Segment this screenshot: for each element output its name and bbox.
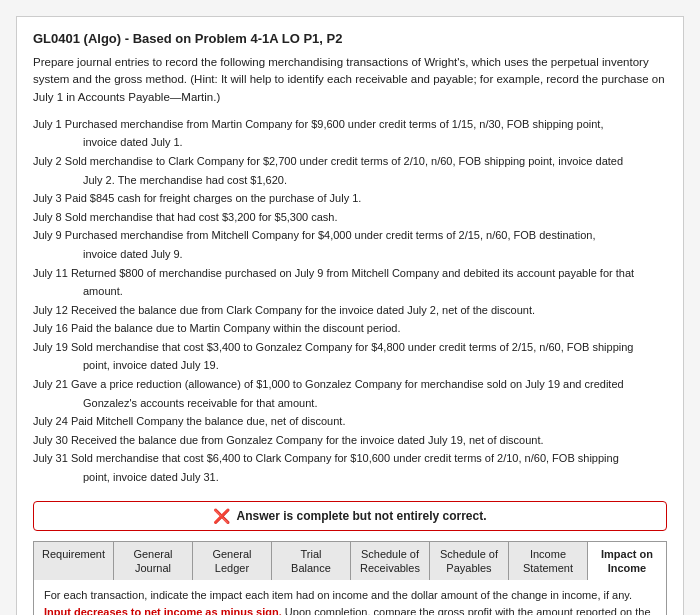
transaction-1: July 1 Purchased merchandise from Martin…	[33, 116, 667, 134]
page-container: GL0401 (Algo) - Based on Problem 4-1A LO…	[16, 16, 684, 615]
error-icon: ❌	[213, 508, 230, 524]
transaction-8: July 16 Paid the balance due to Martin C…	[33, 320, 667, 338]
transaction-5: July 9 Purchased merchandise from Mitche…	[33, 227, 667, 245]
transaction-3: July 3 Paid $845 cash for freight charge…	[33, 190, 667, 208]
tab-trial-balance[interactable]: Trial Balance	[272, 542, 351, 581]
transaction-10-cont: Gonzalez's accounts receivable for that …	[83, 395, 667, 413]
tabs-row: Requirement General Journal General Ledg…	[33, 541, 667, 581]
tab-schedule-payables[interactable]: Schedule of Payables	[430, 542, 509, 581]
transaction-12: July 30 Received the balance due from Go…	[33, 432, 667, 450]
page-title: GL0401 (Algo) - Based on Problem 4-1A LO…	[33, 31, 667, 46]
answer-banner: ❌ Answer is complete but not entirely co…	[33, 501, 667, 531]
tab-impact-on-income[interactable]: Impact on Income	[588, 542, 666, 581]
tab-general-journal[interactable]: General Journal	[114, 542, 193, 581]
tab-schedule-receivables[interactable]: Schedule of Receivables	[351, 542, 430, 581]
transaction-13: July 31 Sold merchandise that cost $6,40…	[33, 450, 667, 468]
tab-income-statement[interactable]: Income Statement	[509, 542, 588, 581]
intro-text: Prepare journal entries to record the fo…	[33, 54, 667, 106]
answer-banner-text: Answer is complete but not entirely corr…	[236, 509, 486, 523]
instruction-bold: Input decreases to net income as minus s…	[44, 606, 282, 615]
transaction-9-cont: point, invoice dated July 19.	[83, 357, 667, 375]
transaction-13-cont: point, invoice dated July 31.	[83, 469, 667, 487]
transactions-list: July 1 Purchased merchandise from Martin…	[33, 116, 667, 487]
transaction-6-cont: amount.	[83, 283, 667, 301]
tab-requirement[interactable]: Requirement	[34, 542, 114, 581]
transaction-11: July 24 Paid Mitchell Company the balanc…	[33, 413, 667, 431]
transaction-4: July 8 Sold merchandise that had cost $3…	[33, 209, 667, 227]
transaction-10: July 21 Gave a price reduction (allowanc…	[33, 376, 667, 394]
transaction-9: July 19 Sold merchandise that cost $3,40…	[33, 339, 667, 357]
transaction-2-cont: July 2. The merchandise had cost $1,620.	[83, 172, 667, 190]
transaction-6: July 11 Returned $800 of merchandise pur…	[33, 265, 667, 283]
tab-general-ledger[interactable]: General Ledger	[193, 542, 272, 581]
transaction-1-cont: invoice dated July 1.	[83, 134, 667, 152]
instruction-box: For each transaction, indicate the impac…	[33, 580, 667, 615]
transaction-5-cont: invoice dated July 9.	[83, 246, 667, 264]
transaction-2: July 2 Sold merchandise to Clark Company…	[33, 153, 667, 171]
transaction-7: July 12 Received the balance due from Cl…	[33, 302, 667, 320]
